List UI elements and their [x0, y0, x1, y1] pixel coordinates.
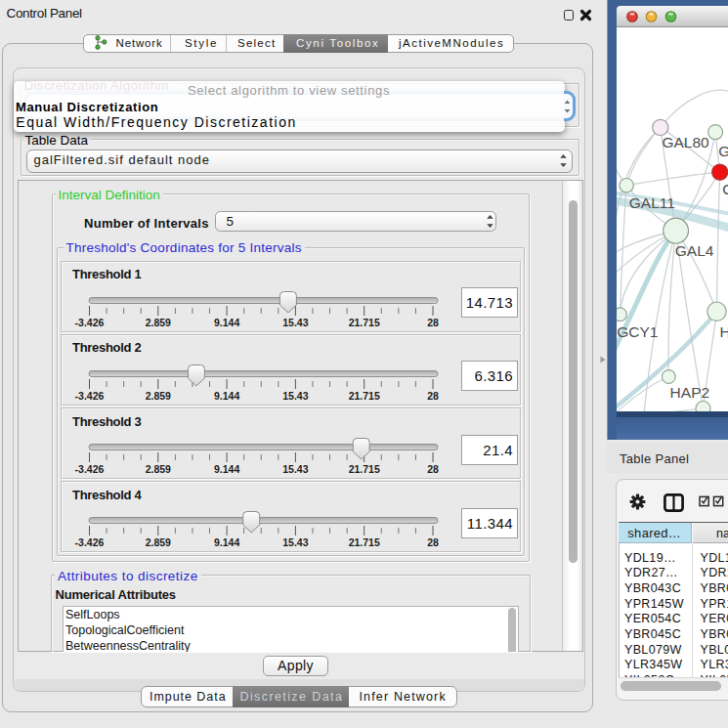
svg-text:2.859: 2.859: [145, 316, 170, 327]
svg-text:9.144: 9.144: [213, 536, 238, 548]
svg-text:GAL4: GAL4: [674, 241, 713, 258]
svg-text:GAL80: GAL80: [662, 133, 709, 150]
svg-text:15.43: 15.43: [282, 389, 308, 401]
svg-text:HAP2: HAP2: [669, 384, 709, 401]
svg-text:28: 28: [427, 316, 439, 327]
svg-text:H: H: [719, 322, 728, 339]
svg-text:21.715: 21.715: [348, 536, 379, 548]
svg-text:GCY1: GCY1: [617, 322, 658, 339]
svg-text:28: 28: [427, 389, 439, 401]
svg-text:15.43: 15.43: [282, 463, 308, 475]
svg-text:2.859: 2.859: [145, 389, 170, 401]
svg-text:C: C: [722, 180, 728, 196]
svg-text:-3.426: -3.426: [74, 536, 104, 548]
svg-text:GA: GA: [718, 142, 728, 158]
svg-text:21.715: 21.715: [348, 463, 379, 475]
svg-text:-3.426: -3.426: [74, 389, 104, 401]
svg-text:28: 28: [427, 536, 439, 548]
svg-text:2.859: 2.859: [145, 536, 170, 548]
svg-text:15.43: 15.43: [282, 316, 308, 327]
svg-text:15.43: 15.43: [282, 536, 308, 548]
svg-text:9.144: 9.144: [213, 463, 238, 475]
svg-text:21.715: 21.715: [348, 316, 379, 327]
svg-text:GAL11: GAL11: [628, 194, 674, 211]
svg-text:9.144: 9.144: [213, 389, 238, 401]
svg-text:-3.426: -3.426: [74, 463, 104, 475]
svg-text:21.715: 21.715: [348, 389, 379, 401]
svg-text:9.144: 9.144: [213, 316, 238, 327]
svg-text:28: 28: [427, 463, 439, 475]
svg-text:-3.426: -3.426: [74, 316, 104, 327]
svg-text:2.859: 2.859: [145, 463, 170, 475]
